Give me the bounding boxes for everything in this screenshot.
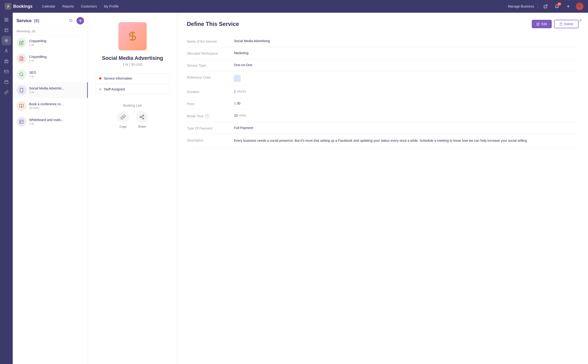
svg-rect-10 (5, 60, 8, 63)
tab-service-information[interactable]: Service Information (95, 73, 170, 83)
sidebar-item-card[interactable] (2, 67, 11, 76)
help-icon[interactable]: ? (205, 114, 209, 118)
external-link-btn[interactable] (542, 3, 549, 10)
svg-rect-13 (5, 80, 8, 84)
info-row-service-type: Service Type One-on-One (187, 59, 579, 71)
notification-badge: 24 (557, 2, 561, 6)
nav-divider (538, 4, 538, 9)
service-info: Copywriting 1 hr (29, 39, 84, 47)
svg-point-17 (70, 19, 72, 22)
description-text: Every business needs a social presence. … (234, 138, 579, 143)
nav-right: Manage Business 24 👤 (508, 3, 583, 10)
tab-staff-assigned[interactable]: Staff Assigned (95, 84, 170, 94)
svg-rect-11 (5, 70, 8, 73)
add-service-btn[interactable]: + (77, 17, 84, 25)
sidebar-item-briefcase[interactable] (2, 57, 11, 66)
services-count: (6) (34, 18, 39, 23)
info-row-duration: Duration 1 Hours (187, 86, 579, 98)
service-main-name: Social Media Advertising (102, 55, 163, 61)
manage-business-btn[interactable]: Manage Business (508, 5, 534, 8)
define-header: Define This Service Edit (187, 20, 579, 28)
service-item-icon (16, 85, 26, 95)
service-info: Copyediting 1 hr (29, 55, 84, 62)
svg-line-22 (22, 75, 23, 76)
svg-rect-5 (5, 20, 6, 21)
search-services-btn[interactable] (67, 17, 75, 25)
share-btn[interactable]: Share (136, 111, 148, 128)
price-value: $ 30 (234, 102, 579, 105)
notifications-btn[interactable]: 24 (553, 3, 561, 10)
avatar-image: 👤 (576, 3, 583, 10)
svg-line-18 (71, 21, 72, 22)
service-left-panel: Social Media Advertising 1 hr | 30 USD S… (88, 13, 177, 364)
add-nav-btn[interactable] (564, 3, 572, 10)
color-swatch[interactable] (234, 75, 240, 82)
info-row-description: Description Every business needs a socia… (187, 134, 579, 147)
services-header: Service (6) + (13, 13, 88, 27)
services-header-icons: + (67, 17, 84, 25)
category-label: Marketing (6) (13, 27, 88, 35)
share-icon (136, 111, 148, 123)
user-avatar[interactable]: 👤 (576, 3, 583, 10)
sidebar-item-users[interactable] (2, 46, 11, 56)
booking-link-section: Booking Link Copy (95, 104, 170, 128)
info-row-break-time: Break Time ? 10 mins (187, 110, 579, 122)
service-item[interactable]: Whiteboard and mark... 1 hr (13, 114, 88, 130)
sidebar-item-calendar[interactable] (2, 77, 11, 87)
service-right-panel: Define This Service Edit (177, 13, 588, 364)
svg-point-9 (6, 49, 7, 51)
tab-dot-inactive (99, 88, 102, 91)
service-item-social-media[interactable]: Social Media Advertisi... 1 hr (13, 82, 88, 98)
delete-service-btn[interactable]: Delete (554, 20, 579, 28)
svg-line-0 (545, 5, 547, 6)
service-item-icon (16, 101, 26, 111)
copy-btn[interactable]: Copy (117, 111, 129, 128)
define-title: Define This Service (187, 21, 532, 27)
edit-service-btn[interactable]: Edit (532, 20, 551, 28)
main-layout: Service (6) + Marketing (6) (0, 13, 588, 364)
svg-rect-23 (20, 88, 23, 92)
break-time-label: Break Time ? (187, 114, 234, 118)
service-item[interactable]: SEO 1 hr (13, 67, 88, 82)
info-row-workspace: Allocated Workspace Marketing (187, 47, 579, 59)
tab-dot-active (99, 77, 102, 80)
close-btn[interactable] (577, 16, 584, 24)
booking-link-title: Booking Link (123, 104, 142, 107)
service-info: Whiteboard and mark... 1 hr (29, 118, 84, 125)
service-info: SEO 1 hr (29, 71, 84, 78)
svg-point-8 (6, 40, 7, 41)
sidebar-item-link[interactable] (2, 88, 11, 97)
service-thumbnail (118, 22, 147, 50)
sidebar-item-services[interactable] (2, 36, 11, 45)
service-item-icon (16, 117, 26, 127)
service-detail: Social Media Advertising 1 hr | 30 USD S… (88, 13, 588, 364)
app-logo[interactable]: ⚡ Bookings (5, 3, 32, 10)
svg-rect-6 (7, 20, 8, 21)
svg-point-31 (143, 118, 144, 119)
svg-point-21 (20, 73, 23, 76)
service-item-icon (16, 38, 26, 48)
service-tabs: Service Information Staff Assigned (95, 73, 170, 94)
svg-rect-25 (20, 120, 23, 124)
nav-customers[interactable]: Customers (81, 5, 97, 8)
sidebar-item-chart[interactable] (2, 26, 11, 35)
service-info: Book a conference ro... 30 mins (29, 102, 84, 110)
nav-calendar[interactable]: Calendar (42, 5, 55, 8)
icon-sidebar (0, 13, 13, 364)
app-name: Bookings (13, 4, 32, 9)
header-actions: Edit Delete (532, 20, 579, 28)
info-row-payment: Type Of Payment Full Payment (187, 122, 579, 134)
svg-rect-3 (5, 18, 6, 19)
nav-reports[interactable]: Reports (62, 5, 74, 8)
booking-actions: Copy (117, 111, 148, 128)
top-nav: ⚡ Bookings Calendar Reports Customers My… (0, 0, 588, 13)
info-row-color: Reference Color (187, 71, 579, 86)
service-item-icon (16, 70, 26, 79)
svg-rect-7 (5, 28, 8, 32)
service-item[interactable]: Book a conference ro... 30 mins (13, 98, 88, 114)
nav-my-profile[interactable]: My Profile (104, 5, 119, 8)
sidebar-item-grid[interactable] (2, 15, 11, 25)
service-item[interactable]: Copywriting 1 hr (13, 35, 88, 51)
service-item[interactable]: Copyediting 1 hr (13, 51, 88, 67)
info-table: Name of the Service Social Media Adverti… (187, 35, 579, 147)
